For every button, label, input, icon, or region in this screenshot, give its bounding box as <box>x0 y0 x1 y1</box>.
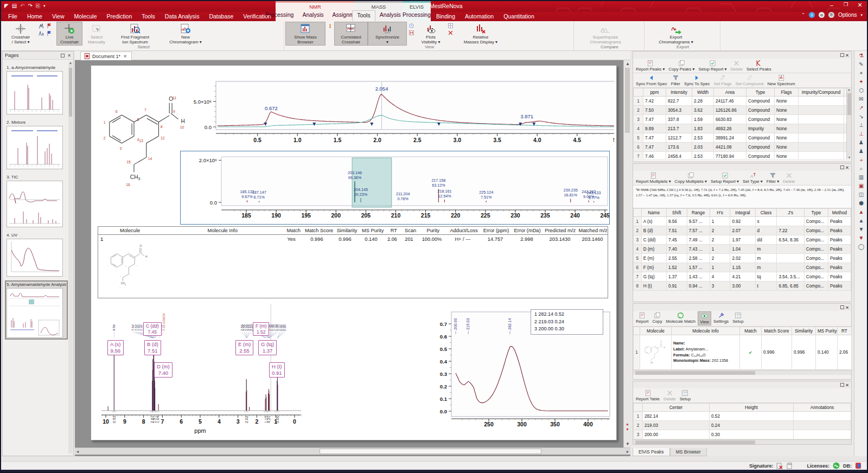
document-tab[interactable]: Document 1* ✕ <box>80 52 132 60</box>
col-match[interactable]: Match <box>740 327 762 335</box>
page-marker-icon[interactable]: ▼ <box>626 427 629 431</box>
signature-invalid-icon[interactable] <box>776 463 783 469</box>
mini-tool-column[interactable] <box>407 22 416 36</box>
setup-report-button[interactable]: Setup Report ▾ <box>709 171 741 184</box>
page-item-3[interactable]: 3. TIC <box>6 174 67 228</box>
pages-scrollbar[interactable]: ▲ <box>68 61 73 453</box>
crosshair-select-button[interactable]: Crosshair/ Select ▾ <box>3 22 38 46</box>
dock-tab-elvis-peaks[interactable]: ElViS Peaks <box>633 448 670 456</box>
tab-tools[interactable]: Tools <box>352 10 375 21</box>
molecule-match-hscroll[interactable] <box>633 370 851 375</box>
plots-visibility-button[interactable]: PlotsVisibility ▾ <box>416 22 446 46</box>
close-panel-icon[interactable]: ✕ <box>845 382 849 388</box>
zoom-bars2-icon[interactable]: ⊥ <box>859 131 864 137</box>
col-idx[interactable] <box>634 404 643 412</box>
minimize-button[interactable]: – <box>828 2 835 9</box>
ms-spectrum-box[interactable]: 185.1329.67%187.1476.71%203.14699.36%204… <box>180 151 610 225</box>
col-similarity[interactable]: Similarity <box>792 327 816 335</box>
menu-molecule[interactable]: Molecule <box>69 12 102 21</box>
report-table-button[interactable]: Report Table <box>634 389 661 402</box>
col-shift[interactable]: Shift <box>666 209 687 217</box>
print-icon[interactable]: ⎘ <box>36 2 40 10</box>
molecule-match-button[interactable]: Molecule Match <box>665 311 698 324</box>
page-item-1[interactable]: 1. a-Amycinnamaldehyde <box>6 65 67 115</box>
col-idx[interactable] <box>634 209 642 217</box>
multiplet-row[interactable]: 2B (d)7.517.57 ...22.07d7.22Compo...Peak… <box>634 226 851 235</box>
menu-prediction[interactable]: Prediction <box>102 12 137 21</box>
peak-row[interactable]: 37.47337.81.596630.83CompoundNone <box>634 115 852 124</box>
multiplet-row[interactable]: 4D (m)7.407.43 ...11.04mCompo...Peaks <box>634 245 851 254</box>
filter-button[interactable]: Filter ▾ <box>765 171 781 184</box>
col-ppm[interactable]: ppm <box>643 88 666 97</box>
document-horizontal-scrollbar[interactable]: ◂ ▸ <box>75 448 630 455</box>
new-chromatogram-button[interactable]: NewChromatogram ▾ <box>159 22 212 46</box>
multiplet-row[interactable]: 3C (dd)7.457.49 ...21.97dd6.54, 8.36Comp… <box>634 235 851 245</box>
peaks-scrollbar[interactable]: ▲▼ <box>846 88 851 159</box>
mini-tool-column[interactable] <box>446 22 455 36</box>
sync-from-spec-button[interactable]: Sync From Spec <box>634 74 669 87</box>
synchronize-button[interactable]: Synchronize▾ <box>368 22 407 46</box>
scroll-left-icon[interactable]: ◂ <box>76 449 79 454</box>
filter-button[interactable]: Filter <box>669 74 682 87</box>
close-tab-icon[interactable]: ✕ <box>123 54 127 59</box>
multiplet-row[interactable]: 6F (m)1.521.57 ...11.15mCompo...Peaks <box>634 263 851 272</box>
col-area[interactable]: Area <box>714 88 746 97</box>
float-panel-icon[interactable] <box>840 165 844 169</box>
multiplet-label-f-m[interactable]: F (m)1.52 <box>253 322 269 336</box>
peak-row[interactable]: 17.42822.72.2824117.46CompoundNone <box>634 97 852 106</box>
assignment-icon[interactable]: ✦ <box>859 79 863 85</box>
superimpose-chromatograms-button[interactable]: SuperimposeChromatograms <box>575 22 636 46</box>
multiplet-row[interactable]: 1A (s)9.569.57 ...10.92sCompo...Peaks <box>634 217 851 226</box>
fit-down-icon[interactable]: ↘ <box>859 114 863 119</box>
peak-row[interactable]: 49.89213.71.834692.26ImpurityNone <box>634 124 852 133</box>
float-panel-icon[interactable] <box>61 54 65 57</box>
multiplet-label-c-dd[interactable]: C (dd)7.45 <box>143 322 162 336</box>
info-icon[interactable]: i <box>809 12 815 18</box>
molecule-structure[interactable]: OHCH3 <box>642 336 666 368</box>
zoom-bars1-icon[interactable]: ⊥ <box>859 123 864 128</box>
tab-binding[interactable]: Binding <box>431 12 460 20</box>
scroll-down-icon[interactable]: ▼ <box>626 442 630 446</box>
setup-button[interactable]: Setup <box>731 311 745 324</box>
float-panel-icon[interactable] <box>840 53 844 57</box>
select-manually-button[interactable]: SelectManually <box>82 22 111 46</box>
col-width[interactable]: Width <box>692 88 714 97</box>
scroll-up-icon[interactable]: ▲ <box>68 61 73 65</box>
dock-tab-ms-browser[interactable]: MS Browser <box>670 448 707 456</box>
person-dark-icon[interactable]: ♟ <box>859 149 864 154</box>
close-button[interactable]: ✕ <box>856 2 864 9</box>
molecule-match-row[interactable]: 1 OHCH3 Name:Label: Amylainam...Formula:… <box>634 335 852 370</box>
settings-button[interactable]: Settings <box>712 311 730 324</box>
palette-tool-icon[interactable]: ◫ <box>859 192 864 197</box>
menu-file[interactable]: File <box>3 12 22 21</box>
col-method[interactable]: Method <box>828 209 851 217</box>
show-mass-browser-button[interactable]: Show MassBrowser <box>285 22 326 46</box>
ring-tool-icon[interactable]: ◯ <box>858 244 864 250</box>
close-panel-icon[interactable]: ✕ <box>845 305 849 310</box>
menu-database[interactable]: Database <box>204 12 238 21</box>
mail-report-icon[interactable]: ✉ <box>859 97 863 102</box>
person-red-icon[interactable]: ♟ <box>859 140 864 145</box>
close-panel-icon[interactable]: ✕ <box>845 53 849 58</box>
col-idx[interactable] <box>634 88 643 97</box>
quick-access-toolbar[interactable]: ◤ ▤ ↶ ↷ ⎘ ▾ <box>4 2 45 10</box>
save-icon[interactable]: ▤ <box>12 2 17 10</box>
page-item-5[interactable]: 5. Amylainamaldehyde Analysis <box>6 282 67 338</box>
float-panel-icon[interactable] <box>840 305 844 309</box>
licenses-status-icon[interactable] <box>833 462 840 469</box>
options-dropdown-icon[interactable]: ▾ <box>860 13 863 17</box>
col-flags[interactable]: Flags <box>775 88 799 97</box>
page-item-2[interactable]: 2. Mixture <box>6 119 67 170</box>
tic-chromatogram[interactable]: 0.6722.0543.8715.0×10⁶0.00.51.01.52.02.5… <box>180 77 614 155</box>
col-intensity[interactable]: Intensity <box>666 88 692 97</box>
tri-down1-icon[interactable]: ▼ <box>859 227 864 232</box>
menu-data-analysis[interactable]: Data Analysis <box>160 12 205 21</box>
close-panel-icon[interactable]: ✕ <box>67 53 71 58</box>
relative-masses-display-button[interactable]: RelativeMasses Display ▾ <box>455 22 507 46</box>
report-multiplets-button[interactable]: Report Multiplets ▾ <box>634 171 673 184</box>
menu-home[interactable]: Home <box>22 12 47 21</box>
signature-copy-icon[interactable] <box>786 463 793 469</box>
help-icon[interactable]: o <box>819 12 825 18</box>
maximize-button[interactable]: ❒ <box>842 2 850 9</box>
mini-tool-grid[interactable] <box>38 22 56 37</box>
